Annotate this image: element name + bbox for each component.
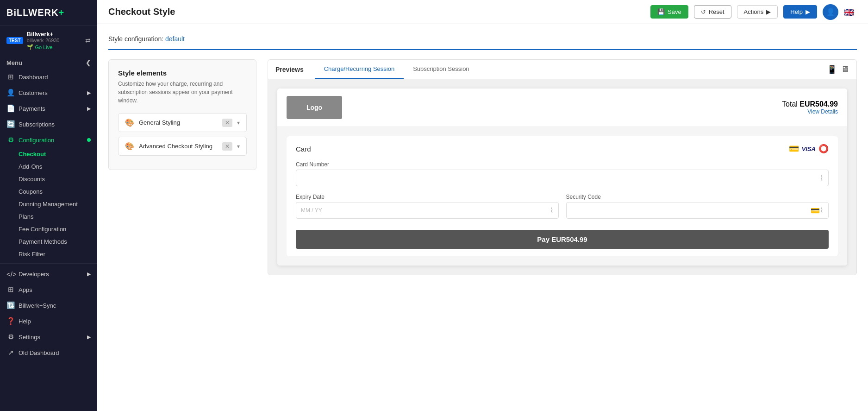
sidebar-item-dashboard[interactable]: ⊞ Dashboard <box>0 69 97 85</box>
sidebar-item-label: Dashboard <box>19 74 48 81</box>
style-elements-panel: Style elements Customize how your charge… <box>108 59 256 170</box>
advanced-checkout-styling-row[interactable]: 🎨 Advanced Checkout Styling ✕ ▾ <box>118 137 247 156</box>
sidebar-item-billwerk-sync[interactable]: 🔃 Billwerk+Sync <box>0 297 97 313</box>
toggle-general[interactable]: ✕ <box>222 119 232 127</box>
style-config-link[interactable]: default <box>165 35 185 43</box>
sidebar-subitem-plans[interactable]: Plans <box>0 210 97 223</box>
chevron-right-icon: ▶ <box>806 8 810 15</box>
payments-icon: 📄 <box>6 104 15 113</box>
expiry-input[interactable]: MM / YY ⌇ <box>296 202 559 219</box>
sidebar-item-subscriptions[interactable]: 🔄 Subscriptions <box>0 116 97 132</box>
checkout-body: Card 💳 VISA ⭕ Card Number <box>277 127 847 266</box>
sidebar-item-label: Customers <box>19 89 48 96</box>
toggle-advanced[interactable]: ✕ <box>222 142 232 151</box>
security-label: Security Code <box>566 194 829 200</box>
mobile-icon[interactable]: 📱 <box>827 64 837 75</box>
sidebar-subitem-coupons[interactable]: Coupons <box>0 185 97 198</box>
palette-icon: 🎨 <box>125 118 134 127</box>
sidebar-item-help[interactable]: ❓ Help <box>0 313 97 329</box>
expiry-placeholder-text: MM / YY <box>301 207 550 214</box>
collapse-icon[interactable]: ❮ <box>86 59 91 66</box>
cvv-icon: 💳⌇ <box>811 206 824 215</box>
developers-icon: </> <box>6 270 15 278</box>
style-config-label: Style configuration: <box>108 35 163 43</box>
dashboard-icon: ⊞ <box>6 73 15 81</box>
save-icon: 💾 <box>657 8 665 15</box>
card-number-input[interactable]: ⌇ <box>296 170 829 186</box>
chevron-right-icon: ▶ <box>87 271 91 277</box>
chevron-right-icon: ▶ <box>87 334 91 340</box>
actions-button[interactable]: Actions ▶ <box>737 5 778 19</box>
external-link-icon: ↗ <box>6 348 15 357</box>
sidebar-item-label: Apps <box>19 286 32 293</box>
user-avatar-button[interactable]: 👤 <box>823 4 838 20</box>
style-config-bar: Style configuration: default <box>108 35 857 50</box>
tab-charge-recurring[interactable]: Charge/Recurring Session <box>315 60 404 79</box>
tab-subscription[interactable]: Subscription Session <box>404 60 478 79</box>
customers-icon: 👤 <box>6 89 15 97</box>
sidebar: BiLLWERK+ TEST Billwerk+ billwerk-26930 … <box>0 0 97 411</box>
sidebar-subitem-dunning[interactable]: Dunning Management <box>0 198 97 210</box>
style-row-label: Advanced Checkout Styling <box>139 143 218 150</box>
checkout-header: Logo Total EUR504.99 View Details <box>277 89 847 127</box>
sidebar-item-label: Subscriptions <box>19 121 55 128</box>
card-header: Card 💳 VISA ⭕ <box>296 144 829 154</box>
go-live-link[interactable]: 🌱 Go Live <box>27 44 60 50</box>
panel-description: Customize how your charge, recurring and… <box>118 80 247 105</box>
chevron-right-icon: ▶ <box>87 90 91 96</box>
visa-icon: VISA <box>802 145 816 152</box>
swap-icon[interactable]: ⇄ <box>85 37 91 44</box>
main-area: Checkout Style 💾 Save ↺ Reset Actions ▶ … <box>97 0 868 411</box>
reset-icon: ↺ <box>701 8 706 15</box>
sidebar-item-old-dashboard[interactable]: ↗ Old Dashboard <box>0 345 97 360</box>
palette-icon: 🎨 <box>125 142 134 151</box>
expiry-label: Expiry Date <box>296 194 559 200</box>
card-details-row: Expiry Date MM / YY ⌇ Security Code <box>296 194 829 226</box>
general-styling-row[interactable]: 🎨 General Styling ✕ ▾ <box>118 113 247 132</box>
previews-title: Previews <box>275 60 304 79</box>
sidebar-subitem-checkout[interactable]: Checkout <box>0 148 97 160</box>
sidebar-subitem-fee-config[interactable]: Fee Configuration <box>0 223 97 235</box>
sidebar-item-customers[interactable]: 👤 Customers ▶ <box>0 85 97 101</box>
language-flag-button[interactable]: 🇬🇧 <box>844 7 857 17</box>
chevron-right-icon: ▶ <box>766 8 771 15</box>
help-icon: ❓ <box>6 317 15 325</box>
view-details-link[interactable]: View Details <box>782 108 838 115</box>
card-icons: 💳 VISA ⭕ <box>789 144 829 154</box>
active-indicator <box>87 138 91 142</box>
sidebar-subitem-discounts[interactable]: Discounts <box>0 173 97 185</box>
card-section: Card 💳 VISA ⭕ Card Number <box>287 136 838 256</box>
sidebar-subitem-payment-methods[interactable]: Payment Methods <box>0 235 97 248</box>
user-icon: 👤 <box>826 8 835 16</box>
content-area: Style configuration: default Style eleme… <box>97 24 868 411</box>
sync-icon: 🔃 <box>6 301 15 310</box>
desktop-icon[interactable]: 🖥 <box>841 64 849 74</box>
nav-divider <box>0 263 97 264</box>
security-code-input[interactable]: 💳⌇ <box>566 202 829 219</box>
reset-button[interactable]: ↺ Reset <box>694 5 731 19</box>
chevron-down-icon: ▾ <box>237 143 240 150</box>
pay-button[interactable]: Pay EUR504.99 <box>296 230 829 249</box>
help-button[interactable]: Help ▶ <box>783 5 817 19</box>
settings-icon: ⚙ <box>6 333 15 341</box>
sidebar-item-label: Payments <box>19 105 45 112</box>
style-row-label: General Styling <box>139 119 218 126</box>
save-button[interactable]: 💾 Save <box>650 5 688 19</box>
total-amount: EUR504.99 <box>799 100 838 108</box>
content-grid: Style elements Customize how your charge… <box>108 59 857 275</box>
test-badge: TEST <box>6 37 23 44</box>
sidebar-subitem-risk-filter[interactable]: Risk Filter <box>0 248 97 260</box>
chevron-down-icon: ▾ <box>237 120 240 126</box>
checkout-card: Logo Total EUR504.99 View Details Card <box>277 89 847 266</box>
sidebar-subitem-addons[interactable]: Add-Ons <box>0 160 97 173</box>
sidebar-item-label: Configuration <box>19 137 54 144</box>
sidebar-item-settings[interactable]: ⚙ Settings ▶ <box>0 329 97 345</box>
previews-panel: Previews Charge/Recurring Session Subscr… <box>268 59 857 275</box>
sidebar-item-developers[interactable]: </> Developers ▶ <box>0 266 97 282</box>
sidebar-item-apps[interactable]: ⊞ Apps <box>0 282 97 297</box>
sidebar-item-payments[interactable]: 📄 Payments ▶ <box>0 101 97 116</box>
card-input-icon: ⌇ <box>820 174 824 183</box>
sidebar-item-configuration[interactable]: ⚙ Configuration <box>0 132 97 148</box>
card-label: Card <box>296 145 311 153</box>
topbar: Checkout Style 💾 Save ↺ Reset Actions ▶ … <box>97 0 868 24</box>
